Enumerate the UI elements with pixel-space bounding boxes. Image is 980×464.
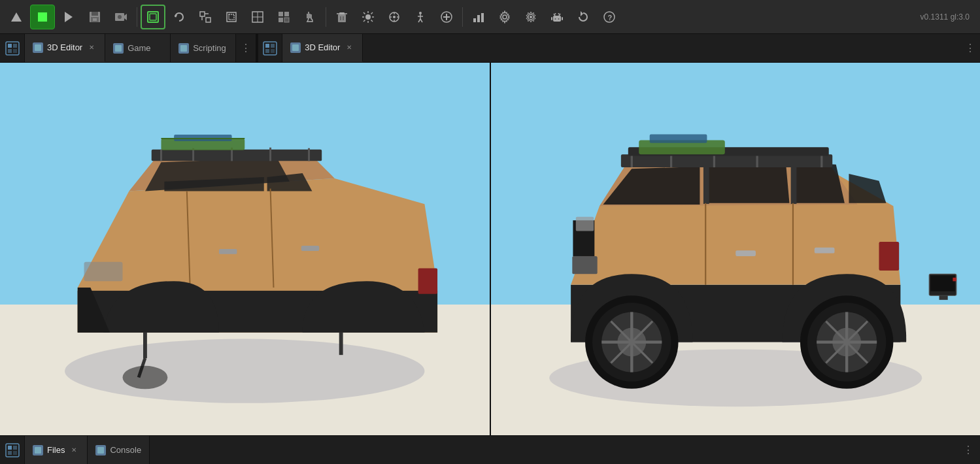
android-button[interactable] bbox=[545, 5, 569, 29]
svg-rect-85 bbox=[292, 44, 299, 51]
tab-3d-editor-2-icon bbox=[290, 42, 301, 53]
play-button[interactable] bbox=[56, 5, 81, 29]
svg-marker-69 bbox=[581, 11, 583, 16]
stats-button[interactable] bbox=[466, 5, 491, 29]
sun-light-button[interactable] bbox=[356, 5, 380, 29]
select-mode-button[interactable] bbox=[141, 5, 165, 29]
tab-3d-editor-2-close[interactable]: ✕ bbox=[344, 42, 354, 53]
svg-rect-6 bbox=[93, 18, 97, 21]
svg-rect-66 bbox=[562, 17, 563, 20]
main-toolbar: ? v0.1311 gl:3.0 bbox=[0, 0, 980, 34]
settings-button[interactable] bbox=[492, 5, 517, 29]
viewport-right[interactable] bbox=[491, 63, 981, 435]
svg-rect-14 bbox=[206, 18, 211, 22]
svg-rect-1 bbox=[38, 12, 47, 22]
svg-rect-13 bbox=[200, 12, 205, 16]
svg-rect-83 bbox=[265, 49, 269, 53]
svg-marker-139 bbox=[849, 174, 886, 203]
svg-marker-2 bbox=[65, 12, 73, 22]
hand-tool-button[interactable] bbox=[297, 5, 322, 29]
svg-line-49 bbox=[418, 19, 420, 22]
svg-rect-134 bbox=[649, 135, 707, 143]
tab-scripting[interactable]: Scripting bbox=[171, 34, 236, 62]
divider-2 bbox=[326, 7, 326, 27]
svg-rect-161 bbox=[8, 446, 12, 450]
divider-1 bbox=[137, 7, 137, 27]
tab-console-label: Console bbox=[110, 445, 141, 455]
rotate-ccw-button[interactable] bbox=[167, 5, 192, 29]
tab-3d-editor-1-close[interactable]: ✕ bbox=[86, 42, 97, 53]
project-settings-button[interactable] bbox=[518, 5, 543, 29]
bottom-tabs-more[interactable]: ⋮ bbox=[956, 436, 980, 464]
tab-files[interactable]: Files ✕ bbox=[25, 436, 88, 464]
svg-point-9 bbox=[118, 15, 122, 19]
tab-files-icon bbox=[33, 445, 43, 456]
refresh-button[interactable] bbox=[571, 5, 596, 29]
svg-rect-17 bbox=[227, 12, 236, 22]
svg-rect-22 bbox=[279, 12, 283, 16]
tab-console-icon bbox=[95, 445, 106, 456]
tab-game-label: Game bbox=[127, 43, 150, 53]
svg-point-31 bbox=[365, 14, 371, 20]
svg-rect-55 bbox=[477, 15, 480, 22]
svg-rect-24 bbox=[279, 18, 283, 22]
svg-rect-84 bbox=[271, 49, 275, 53]
svg-line-50 bbox=[420, 19, 422, 22]
tab-console[interactable]: Console bbox=[88, 436, 150, 464]
scale-button[interactable] bbox=[193, 5, 218, 29]
svg-text:?: ? bbox=[608, 13, 613, 21]
skeleton-button[interactable] bbox=[408, 5, 433, 29]
svg-rect-120 bbox=[703, 167, 709, 204]
svg-point-41 bbox=[393, 16, 396, 18]
svg-rect-23 bbox=[284, 12, 289, 16]
svg-point-59 bbox=[530, 16, 532, 18]
transform-button[interactable] bbox=[245, 5, 270, 29]
viewport-left[interactable] bbox=[0, 63, 491, 435]
crop-button[interactable] bbox=[219, 5, 244, 29]
svg-rect-54 bbox=[473, 18, 476, 22]
version-label: v0.1311 gl:3.0 bbox=[921, 12, 976, 22]
delete-button[interactable] bbox=[329, 5, 354, 29]
record-button[interactable] bbox=[109, 5, 133, 29]
bottom-bar: Files ✕ Console ⋮ bbox=[0, 435, 980, 464]
svg-rect-165 bbox=[35, 447, 41, 454]
svg-rect-76 bbox=[13, 49, 17, 53]
right-tabs-more[interactable]: ⋮ bbox=[960, 34, 980, 62]
svg-rect-121 bbox=[790, 163, 796, 203]
add-node-button[interactable] bbox=[434, 5, 459, 29]
stop-button[interactable] bbox=[30, 5, 55, 29]
svg-rect-164 bbox=[13, 451, 17, 455]
svg-rect-78 bbox=[115, 45, 122, 52]
svg-line-36 bbox=[363, 12, 365, 14]
snap-button[interactable] bbox=[271, 5, 296, 29]
svg-point-86 bbox=[65, 339, 424, 403]
svg-point-63 bbox=[555, 13, 556, 14]
svg-rect-138 bbox=[879, 242, 899, 271]
svg-rect-75 bbox=[8, 49, 12, 53]
tab-scripting-label: Scripting bbox=[193, 43, 226, 53]
svg-rect-159 bbox=[953, 278, 956, 281]
up-arrow-button[interactable] bbox=[4, 5, 29, 29]
tab-files-close[interactable]: ✕ bbox=[69, 445, 79, 456]
car-scene-right bbox=[491, 63, 981, 435]
tab-3d-editor-1[interactable]: 3D Editor ✕ bbox=[25, 34, 105, 62]
left-tabs-more[interactable]: ⋮ bbox=[236, 34, 256, 62]
pivot-button[interactable] bbox=[382, 5, 407, 29]
svg-rect-77 bbox=[35, 44, 41, 51]
tab-game[interactable]: Game bbox=[105, 34, 171, 62]
svg-rect-107 bbox=[84, 262, 123, 281]
left-workspace-icon bbox=[0, 34, 25, 62]
bottom-bar-spacer bbox=[150, 436, 956, 464]
svg-rect-4 bbox=[92, 12, 98, 16]
right-tab-spacer bbox=[363, 34, 960, 62]
tab-scripting-icon bbox=[178, 43, 189, 54]
svg-point-46 bbox=[419, 12, 422, 14]
tab-3d-editor-2[interactable]: 3D Editor ✕ bbox=[282, 34, 363, 62]
car-scene-left bbox=[0, 63, 490, 435]
help-button[interactable]: ? bbox=[597, 5, 622, 29]
tab-3d-editor-1-label: 3D Editor bbox=[47, 42, 82, 52]
svg-rect-11 bbox=[150, 14, 156, 20]
svg-rect-126 bbox=[620, 154, 832, 167]
save-button[interactable] bbox=[82, 5, 107, 29]
svg-rect-124 bbox=[735, 250, 756, 256]
